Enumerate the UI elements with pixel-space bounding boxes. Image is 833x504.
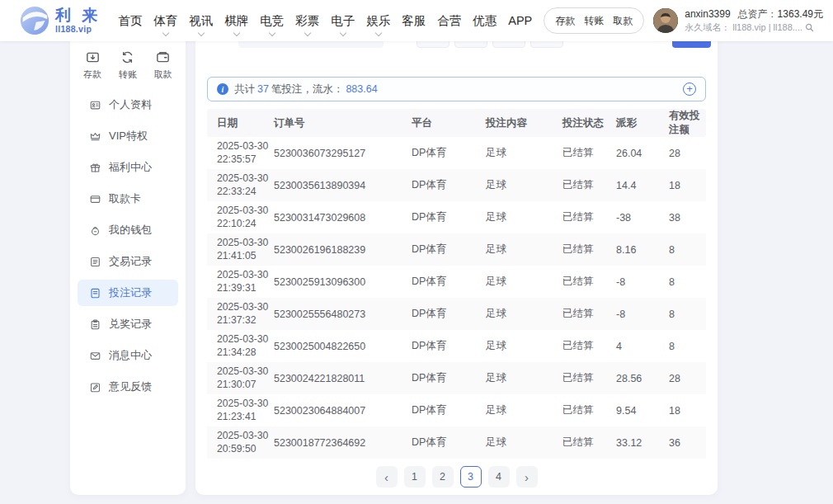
- sidebar-menu: 个人资料 VIP特权 福利中心 取款卡: [70, 92, 186, 400]
- sidebar-menu-item[interactable]: 投注记录: [78, 280, 178, 306]
- user-line-assets: anxin3399 总资产：1363.49元: [685, 8, 823, 20]
- cell-payout: 28.56: [616, 373, 669, 384]
- cell-payout: 4: [616, 341, 669, 352]
- plus-circle-icon[interactable]: +: [683, 82, 696, 96]
- table-row: 2025-03-30 21:34:28 5230025004822650 DP体…: [207, 330, 706, 362]
- sidebar-menu-item[interactable]: 兑奖记录: [78, 311, 178, 337]
- cell-order: 5230023064884007: [274, 405, 412, 417]
- bet-records-table: 日期 订单号 平台 投注内容 投注状态 派彩 有效投注额: [207, 109, 706, 459]
- cell-platform: DP体育: [412, 339, 486, 353]
- next-page-button[interactable]: ›: [516, 466, 538, 488]
- date-shortcut-button[interactable]: [454, 41, 487, 48]
- sidebar-menu-item[interactable]: 意见反馈: [78, 374, 178, 400]
- cell-status: 已结算: [562, 146, 616, 160]
- cell-valid-amount: 18: [669, 405, 706, 417]
- nav-item[interactable]: 娱乐: [360, 0, 396, 41]
- sidebar-menu-item[interactable]: 交易记录: [78, 248, 178, 275]
- cell-order: 5230031473029608: [274, 212, 412, 224]
- bet-records-panel: i 共计37笔投注，流水：883.64 + 日期 订单号 平台 投注内容 投注状…: [195, 41, 718, 495]
- user-avatar[interactable]: [653, 8, 678, 33]
- column-header: 派彩: [616, 116, 669, 130]
- quick-action[interactable]: 取款: [154, 49, 172, 81]
- date-shortcut-buttons: [416, 41, 563, 48]
- sidebar-menu-item[interactable]: 福利中心: [78, 154, 178, 181]
- nav-item[interactable]: 视讯: [183, 0, 219, 41]
- sidebar-item-label: VIP特权: [109, 129, 148, 144]
- logo-title: 利 来: [55, 7, 101, 24]
- filter-row-clipped: [195, 41, 718, 48]
- nav-item[interactable]: 彩票: [289, 0, 325, 41]
- cell-order: 5230026196188239: [274, 244, 412, 256]
- cell-content: 足球: [486, 371, 562, 385]
- page-content: 存款 转账 取款 个人资料: [0, 41, 833, 504]
- nav-item[interactable]: APP: [502, 0, 538, 41]
- chevron-down-icon: [304, 30, 311, 36]
- welfare-icon: [89, 162, 101, 174]
- nav-item[interactable]: 合营: [431, 0, 467, 41]
- quick-action[interactable]: 转账: [119, 49, 137, 81]
- domain-value: ll188.vip | ll188....: [732, 22, 802, 33]
- username[interactable]: anxin3399: [685, 8, 730, 20]
- date-range-input[interactable]: [238, 41, 384, 48]
- chevron-down-icon: [269, 30, 275, 36]
- cell-platform: DP体育: [412, 436, 486, 450]
- nav-item[interactable]: 电竞: [254, 0, 289, 41]
- date-shortcut-button[interactable]: [492, 41, 525, 48]
- sidebar-menu-item[interactable]: 消息中心: [78, 342, 178, 369]
- search-icon[interactable]: [805, 23, 814, 32]
- cell-order: 5230036073295127: [274, 148, 412, 159]
- quick-action[interactable]: 存款: [83, 49, 101, 81]
- sidebar-item-label: 消息中心: [109, 348, 152, 363]
- search-button[interactable]: [672, 41, 711, 48]
- cell-platform: DP体育: [412, 210, 486, 224]
- sidebar-menu-item[interactable]: 我的钱包: [78, 217, 178, 243]
- cell-content: 足球: [486, 275, 562, 289]
- cell-payout: 9.54: [616, 405, 669, 417]
- transactions-icon: [89, 256, 101, 268]
- nav-item[interactable]: 电子: [325, 0, 360, 41]
- vip-icon: [89, 130, 101, 143]
- sidebar-menu-item[interactable]: 取款卡: [78, 186, 178, 212]
- wallet-action-link[interactable]: 存款: [555, 14, 575, 28]
- assets-value: 1363.49元: [778, 8, 823, 20]
- cell-order: 5230018772364692: [274, 437, 412, 449]
- cell-order: 5230025004822650: [274, 341, 412, 352]
- nav-item-label: 首页: [118, 13, 142, 29]
- nav-item-label: 视讯: [189, 13, 213, 29]
- column-header: 投注状态: [562, 116, 616, 130]
- top-navbar: 利 来 ll188.vip 首页 体育 视讯 棋牌: [0, 0, 833, 41]
- nav-item[interactable]: 体育: [148, 0, 183, 41]
- logo[interactable]: 利 来 ll188.vip: [20, 6, 101, 35]
- page-number-button[interactable]: 1: [404, 466, 426, 488]
- nav-item[interactable]: 首页: [112, 0, 148, 41]
- page-number-button[interactable]: 2: [432, 466, 454, 488]
- cell-platform: DP体育: [412, 243, 486, 257]
- date-shortcut-button[interactable]: [530, 41, 563, 48]
- cell-order: 5230024221828011: [274, 373, 412, 384]
- prev-page-button[interactable]: ‹: [376, 466, 398, 488]
- sidebar-menu-item[interactable]: VIP特权: [78, 123, 178, 149]
- nav-item-label: 优惠: [473, 13, 497, 29]
- nav-item-label: 体育: [153, 13, 177, 29]
- wallet-action-link[interactable]: 取款: [613, 14, 633, 28]
- cell-platform: DP体育: [412, 307, 486, 321]
- nav-item[interactable]: 优惠: [467, 0, 502, 41]
- chevron-down-icon: [375, 30, 382, 36]
- nav-item[interactable]: 客服: [396, 0, 431, 41]
- cell-content: 足球: [486, 243, 562, 257]
- wallet-action-link[interactable]: 转账: [584, 14, 604, 28]
- nav-item[interactable]: 棋牌: [219, 0, 254, 41]
- column-header: 有效投注额: [669, 109, 706, 137]
- bankcard-icon: [89, 193, 101, 205]
- cell-content: 足球: [486, 178, 562, 192]
- sidebar-menu-item[interactable]: 个人资料: [78, 92, 178, 118]
- page-buttons: 1 2 3 4: [404, 466, 510, 488]
- sidebar: 存款 转账 取款 个人资料: [70, 41, 186, 495]
- cell-status: 已结算: [562, 243, 616, 257]
- page-number-button[interactable]: 4: [488, 466, 510, 488]
- page-number-button[interactable]: 3: [460, 466, 482, 488]
- table-row: 2025-03-30 22:35:57 5230036073295127 DP体…: [207, 137, 706, 169]
- cell-order: 5230035613890394: [274, 180, 412, 191]
- profile-icon: [89, 99, 101, 111]
- date-shortcut-button[interactable]: [416, 41, 449, 48]
